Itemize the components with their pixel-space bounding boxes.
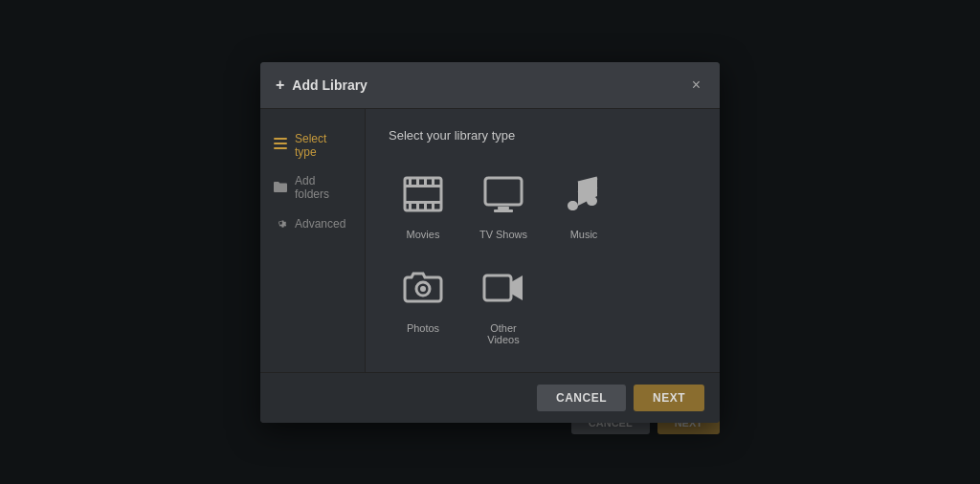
cancel-button[interactable]: CANCEL: [537, 385, 626, 411]
sidebar-item-advanced[interactable]: Advanced: [260, 209, 365, 240]
library-type-other-videos[interactable]: Other Videos: [469, 259, 538, 353]
svg-rect-15: [498, 207, 509, 209]
svg-rect-9: [432, 178, 434, 185]
plus-icon: +: [276, 77, 284, 94]
library-type-tv-shows[interactable]: TV Shows: [469, 165, 538, 248]
library-type-music[interactable]: Music: [549, 165, 618, 248]
svg-rect-16: [494, 209, 513, 212]
monitor-icon: [482, 173, 524, 221]
svg-rect-2: [274, 147, 287, 149]
svg-rect-11: [416, 204, 419, 210]
svg-point-20: [420, 286, 426, 292]
sidebar: Select type Add folders Advanced: [260, 109, 366, 372]
lines-icon: [274, 137, 287, 153]
library-type-photos[interactable]: Photos: [389, 259, 457, 353]
dialog-footer: CANCEL NEXT: [260, 372, 720, 423]
music-label: Music: [570, 229, 598, 240]
library-types-grid: Movies TV Shows: [389, 165, 697, 353]
next-button[interactable]: NEXT: [634, 385, 704, 411]
svg-rect-1: [274, 143, 287, 144]
music-icon: [563, 173, 605, 221]
gear-icon: [274, 216, 287, 232]
svg-rect-4: [405, 185, 441, 187]
movies-label: Movies: [407, 229, 440, 240]
other-videos-label: Other Videos: [477, 322, 530, 345]
svg-rect-12: [424, 204, 427, 210]
film-icon: [402, 173, 444, 221]
dialog-title-text: Add Library: [292, 77, 368, 93]
dialog-body: Select type Add folders Advanced: [260, 109, 720, 372]
folder-icon: [274, 180, 287, 195]
dialog-title-bar: + Add Library ×: [260, 62, 720, 109]
video-icon: [482, 267, 524, 315]
svg-rect-13: [432, 204, 434, 210]
sidebar-item-add-folders[interactable]: Add folders: [260, 166, 365, 209]
section-title: Select your library type: [389, 128, 697, 143]
svg-rect-7: [416, 178, 419, 185]
close-button[interactable]: ×: [688, 76, 704, 95]
svg-rect-6: [409, 178, 412, 185]
sidebar-item-label: Add folders: [295, 174, 351, 201]
dialog-title: + Add Library: [276, 77, 368, 94]
library-type-movies[interactable]: Movies: [389, 165, 457, 248]
svg-rect-0: [274, 138, 287, 140]
svg-rect-21: [484, 275, 511, 300]
sidebar-item-label: Advanced: [295, 217, 345, 231]
main-content: Select your library type: [366, 109, 720, 372]
sidebar-item-select-type[interactable]: Select type: [260, 124, 365, 166]
add-library-dialog: + Add Library × Select type: [260, 62, 720, 423]
sidebar-item-label: Select type: [295, 132, 351, 159]
svg-rect-5: [405, 201, 441, 204]
svg-rect-8: [424, 178, 427, 185]
tv-shows-label: TV Shows: [479, 229, 527, 240]
svg-rect-14: [485, 178, 522, 205]
camera-icon: [402, 267, 444, 315]
svg-rect-10: [409, 204, 412, 210]
photos-label: Photos: [407, 322, 439, 334]
